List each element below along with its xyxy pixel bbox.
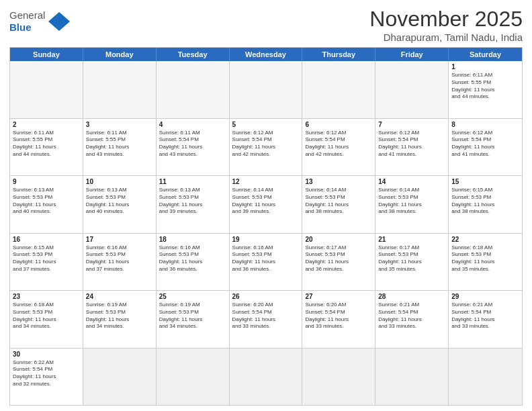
- day-info: Sunrise: 6:12 AM Sunset: 5:54 PM Dayligh…: [378, 130, 445, 158]
- day-number: 16: [13, 236, 80, 243]
- day-info: Sunrise: 6:19 AM Sunset: 5:53 PM Dayligh…: [159, 302, 226, 330]
- day-number: 20: [305, 236, 372, 243]
- day-number: 6: [305, 121, 372, 128]
- logo-icon: [47, 9, 71, 34]
- day-cell: 8Sunrise: 6:12 AM Sunset: 5:54 PM Daylig…: [449, 119, 522, 176]
- day-info: Sunrise: 6:16 AM Sunset: 5:53 PM Dayligh…: [159, 244, 226, 273]
- day-cell: 21Sunrise: 6:17 AM Sunset: 5:53 PM Dayli…: [375, 234, 449, 291]
- day-cell: 17Sunrise: 6:16 AM Sunset: 5:53 PM Dayli…: [83, 234, 157, 291]
- day-cell: 22Sunrise: 6:18 AM Sunset: 5:53 PM Dayli…: [449, 234, 522, 291]
- weekday-header: Sunday: [10, 48, 83, 61]
- header: General Blue November 2025 Dharapuram, T…: [9, 7, 523, 43]
- empty-cell: [375, 61, 449, 118]
- svg-marker-1: [59, 12, 70, 21]
- weekday-header: Wednesday: [230, 48, 303, 61]
- calendar-body: 1Sunrise: 6:11 AM Sunset: 5:55 PM Daylig…: [10, 61, 522, 405]
- day-info: Sunrise: 6:11 AM Sunset: 5:55 PM Dayligh…: [86, 130, 153, 158]
- logo: General Blue: [9, 9, 71, 34]
- day-number: 1: [451, 63, 519, 71]
- day-number: 21: [378, 236, 445, 243]
- day-number: 8: [451, 121, 519, 128]
- day-number: 24: [86, 293, 153, 300]
- calendar-header: SundayMondayTuesdayWednesdayThursdayFrid…: [10, 48, 522, 61]
- day-cell: 14Sunrise: 6:14 AM Sunset: 5:53 PM Dayli…: [375, 176, 449, 233]
- day-info: Sunrise: 6:22 AM Sunset: 5:54 PM Dayligh…: [13, 359, 80, 388]
- empty-cell: [230, 61, 303, 118]
- calendar-row: 30Sunrise: 6:22 AM Sunset: 5:54 PM Dayli…: [10, 348, 522, 406]
- weekday-header: Tuesday: [157, 48, 230, 61]
- day-number: 27: [305, 293, 372, 300]
- day-cell: 3Sunrise: 6:11 AM Sunset: 5:55 PM Daylig…: [83, 119, 157, 176]
- day-cell: 9Sunrise: 6:13 AM Sunset: 5:53 PM Daylig…: [10, 176, 83, 233]
- empty-cell: [302, 349, 375, 406]
- day-info: Sunrise: 6:18 AM Sunset: 5:53 PM Dayligh…: [13, 302, 80, 330]
- day-info: Sunrise: 6:14 AM Sunset: 5:53 PM Dayligh…: [232, 187, 300, 216]
- day-cell: 26Sunrise: 6:20 AM Sunset: 5:54 PM Dayli…: [230, 291, 303, 348]
- day-cell: 10Sunrise: 6:13 AM Sunset: 5:53 PM Dayli…: [83, 176, 157, 233]
- day-number: 17: [86, 236, 153, 243]
- day-info: Sunrise: 6:11 AM Sunset: 5:55 PM Dayligh…: [451, 72, 519, 101]
- day-cell: 1Sunrise: 6:11 AM Sunset: 5:55 PM Daylig…: [449, 61, 522, 118]
- empty-cell: [157, 349, 230, 406]
- day-number: 30: [13, 351, 80, 358]
- empty-cell: [375, 349, 449, 406]
- day-info: Sunrise: 6:12 AM Sunset: 5:54 PM Dayligh…: [451, 130, 519, 158]
- day-cell: 20Sunrise: 6:17 AM Sunset: 5:53 PM Dayli…: [302, 234, 375, 291]
- weekday-header: Monday: [83, 48, 157, 61]
- empty-cell: [10, 61, 83, 118]
- day-cell: 24Sunrise: 6:19 AM Sunset: 5:53 PM Dayli…: [83, 291, 157, 348]
- day-number: 13: [305, 178, 372, 185]
- day-info: Sunrise: 6:17 AM Sunset: 5:53 PM Dayligh…: [305, 244, 372, 273]
- day-info: Sunrise: 6:20 AM Sunset: 5:54 PM Dayligh…: [305, 302, 372, 330]
- day-info: Sunrise: 6:13 AM Sunset: 5:53 PM Dayligh…: [159, 187, 226, 216]
- day-info: Sunrise: 6:13 AM Sunset: 5:53 PM Dayligh…: [86, 187, 153, 216]
- day-number: 11: [159, 178, 226, 185]
- day-info: Sunrise: 6:12 AM Sunset: 5:54 PM Dayligh…: [305, 130, 372, 158]
- day-cell: 13Sunrise: 6:14 AM Sunset: 5:53 PM Dayli…: [302, 176, 375, 233]
- day-cell: 25Sunrise: 6:19 AM Sunset: 5:53 PM Dayli…: [157, 291, 230, 348]
- day-info: Sunrise: 6:12 AM Sunset: 5:54 PM Dayligh…: [232, 130, 300, 158]
- day-cell: 11Sunrise: 6:13 AM Sunset: 5:53 PM Dayli…: [157, 176, 230, 233]
- day-info: Sunrise: 6:21 AM Sunset: 5:54 PM Dayligh…: [378, 302, 445, 330]
- day-cell: 19Sunrise: 6:16 AM Sunset: 5:53 PM Dayli…: [230, 234, 303, 291]
- day-number: 26: [232, 293, 300, 300]
- day-cell: 18Sunrise: 6:16 AM Sunset: 5:53 PM Dayli…: [157, 234, 230, 291]
- title-block: November 2025 Dharapuram, Tamil Nadu, In…: [369, 7, 523, 43]
- day-cell: 6Sunrise: 6:12 AM Sunset: 5:54 PM Daylig…: [302, 119, 375, 176]
- weekday-header: Thursday: [302, 48, 375, 61]
- page: General Blue November 2025 Dharapuram, T…: [0, 0, 532, 411]
- calendar-row: 23Sunrise: 6:18 AM Sunset: 5:53 PM Dayli…: [10, 290, 522, 348]
- location: Dharapuram, Tamil Nadu, India: [369, 32, 523, 43]
- calendar-row: 9Sunrise: 6:13 AM Sunset: 5:53 PM Daylig…: [10, 175, 522, 233]
- day-number: 22: [451, 236, 519, 243]
- day-cell: 2Sunrise: 6:11 AM Sunset: 5:55 PM Daylig…: [10, 119, 83, 176]
- day-cell: 16Sunrise: 6:15 AM Sunset: 5:53 PM Dayli…: [10, 234, 83, 291]
- day-info: Sunrise: 6:21 AM Sunset: 5:54 PM Dayligh…: [451, 302, 519, 330]
- day-number: 28: [378, 293, 445, 300]
- empty-cell: [230, 349, 303, 406]
- empty-cell: [83, 349, 157, 406]
- day-number: 5: [232, 121, 300, 128]
- day-number: 2: [13, 121, 80, 128]
- calendar-row: 1Sunrise: 6:11 AM Sunset: 5:55 PM Daylig…: [10, 61, 522, 118]
- day-number: 9: [13, 178, 80, 185]
- day-cell: 15Sunrise: 6:15 AM Sunset: 5:53 PM Dayli…: [449, 176, 522, 233]
- day-info: Sunrise: 6:16 AM Sunset: 5:53 PM Dayligh…: [232, 244, 300, 273]
- day-number: 25: [159, 293, 226, 300]
- day-number: 3: [86, 121, 153, 128]
- day-info: Sunrise: 6:16 AM Sunset: 5:53 PM Dayligh…: [86, 244, 153, 273]
- day-cell: 23Sunrise: 6:18 AM Sunset: 5:53 PM Dayli…: [10, 291, 83, 348]
- day-info: Sunrise: 6:15 AM Sunset: 5:53 PM Dayligh…: [451, 187, 519, 216]
- day-number: 18: [159, 236, 226, 243]
- day-cell: 12Sunrise: 6:14 AM Sunset: 5:53 PM Dayli…: [230, 176, 303, 233]
- day-number: 19: [232, 236, 300, 243]
- logo-general: General: [9, 9, 45, 21]
- day-cell: 7Sunrise: 6:12 AM Sunset: 5:54 PM Daylig…: [375, 119, 449, 176]
- day-cell: 4Sunrise: 6:11 AM Sunset: 5:54 PM Daylig…: [157, 119, 230, 176]
- calendar-row: 16Sunrise: 6:15 AM Sunset: 5:53 PM Dayli…: [10, 233, 522, 291]
- calendar: SundayMondayTuesdayWednesdayThursdayFrid…: [9, 47, 523, 406]
- day-info: Sunrise: 6:20 AM Sunset: 5:54 PM Dayligh…: [232, 302, 300, 330]
- day-info: Sunrise: 6:14 AM Sunset: 5:53 PM Dayligh…: [378, 187, 445, 216]
- day-info: Sunrise: 6:18 AM Sunset: 5:53 PM Dayligh…: [451, 244, 519, 273]
- empty-cell: [302, 61, 375, 118]
